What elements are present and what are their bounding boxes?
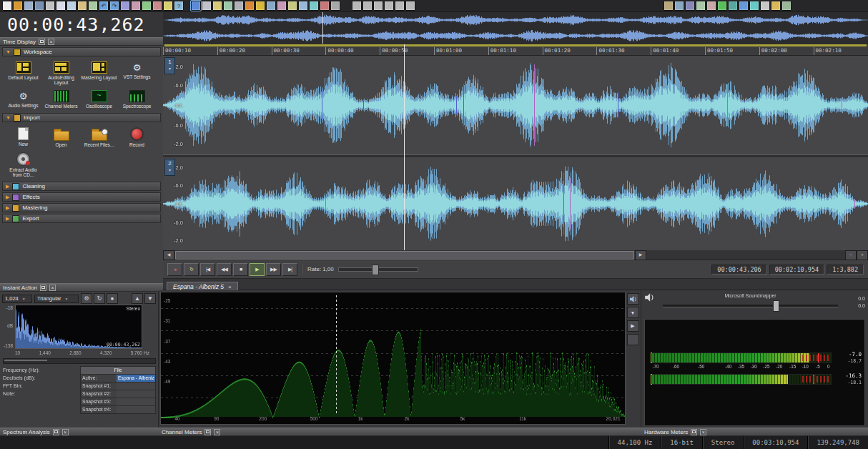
rate-slider[interactable] xyxy=(338,267,418,272)
ripple-toggle-icon[interactable] xyxy=(277,1,287,11)
section-effects[interactable]: ▶ Effects xyxy=(2,192,161,202)
open-file-icon[interactable] xyxy=(13,1,23,11)
sidebar-item-record[interactable]: Record xyxy=(118,124,156,149)
plugin-manager-icon[interactable] xyxy=(696,1,706,11)
refresh-icon[interactable]: ↻ xyxy=(94,293,105,304)
rewind-button[interactable]: ◀◀ xyxy=(217,263,232,276)
play-button[interactable]: ▶ xyxy=(250,263,265,276)
restore-icon[interactable] xyxy=(53,429,59,435)
level-zoom-icon[interactable] xyxy=(330,1,340,11)
waveform-view-icon[interactable] xyxy=(309,1,319,11)
close-icon[interactable]: × xyxy=(49,285,56,291)
settings-gear-icon[interactable]: ⚙ xyxy=(81,293,92,304)
sidebar-item-spectroscope[interactable]: Spectroscope xyxy=(118,87,156,111)
overview-waveform-canvas[interactable] xyxy=(163,12,868,44)
edit-tool-icon[interactable] xyxy=(191,1,201,11)
overview-waveform[interactable] xyxy=(163,12,868,45)
table-row[interactable]: Active: Espana - Albeniz xyxy=(81,374,155,382)
repeat-icon[interactable] xyxy=(120,1,130,11)
settings-button[interactable]: ▶ xyxy=(627,320,639,332)
table-row[interactable]: Snapshot #4: xyxy=(81,405,155,413)
magnify-tool-icon[interactable] xyxy=(202,1,212,11)
save-all-icon[interactable] xyxy=(34,1,44,11)
sidebar-item-audioediting-layout[interactable]: AudioEditing Layout xyxy=(42,59,80,87)
level-meter-right[interactable] xyxy=(651,374,832,385)
scroll-left-button[interactable]: ◀ xyxy=(163,250,174,260)
zoom-tool-icon[interactable] xyxy=(234,1,244,11)
close-icon[interactable]: × xyxy=(700,429,706,435)
waveform-canvas-2[interactable] xyxy=(163,157,868,250)
go-to-start-button[interactable]: |◀ xyxy=(200,263,215,276)
find-icon[interactable] xyxy=(163,1,173,11)
crossfade-toggle-icon[interactable] xyxy=(298,1,308,11)
goto-start-icon[interactable] xyxy=(352,1,362,11)
redo-icon[interactable]: ↷ xyxy=(109,1,119,11)
spectrum-view-icon[interactable] xyxy=(320,1,330,11)
restore-icon[interactable] xyxy=(691,429,697,435)
scroll-up-icon[interactable]: ▲ xyxy=(132,293,143,304)
forward-button[interactable]: ▶▶ xyxy=(266,263,281,276)
zoom-in-button[interactable]: + xyxy=(857,250,868,260)
waveform-channel-1[interactable]: -2.0-6.0-Inf.-6.0-2.0 1 xyxy=(163,56,868,155)
time-display-toggle-icon[interactable] xyxy=(674,1,684,11)
level-meter-left[interactable] xyxy=(651,352,832,363)
help-icon[interactable]: ? xyxy=(174,1,184,11)
zoom-out-button[interactable]: − xyxy=(845,250,857,260)
playhead-cursor[interactable] xyxy=(404,44,405,250)
go-to-end-button[interactable]: ▶| xyxy=(282,263,297,276)
select-to-start-icon[interactable] xyxy=(395,1,405,11)
fader-track[interactable] xyxy=(663,305,838,307)
media-manager-icon[interactable] xyxy=(771,1,781,11)
trim-icon[interactable] xyxy=(88,1,98,11)
spectrum-scrollbar[interactable] xyxy=(3,358,156,364)
snapshot-icon[interactable]: ● xyxy=(107,293,118,304)
sidebar-item-vst-settings[interactable]: VST Settings xyxy=(118,59,156,87)
loop-playback-button[interactable]: ↻ xyxy=(184,263,199,276)
record-button[interactable]: ● xyxy=(167,263,182,276)
scrollbar-thumb[interactable] xyxy=(175,251,634,260)
close-icon[interactable]: × xyxy=(228,284,232,290)
paste-icon[interactable] xyxy=(77,1,87,11)
sidebar-item-audio-settings[interactable]: Audio Settings xyxy=(4,87,42,111)
horizontal-scrollbar[interactable]: ◀ ▶ − + xyxy=(163,250,868,260)
undo-icon[interactable]: ↶ xyxy=(99,1,109,11)
restore-icon[interactable] xyxy=(204,429,211,435)
snap-toggle-icon[interactable] xyxy=(266,1,276,11)
channel-meters-toggle-icon[interactable] xyxy=(717,1,727,11)
pencil-tool-icon[interactable] xyxy=(212,1,222,11)
script-editor-icon[interactable] xyxy=(760,1,770,11)
table-row[interactable]: Snapshot #2: xyxy=(81,390,155,398)
rate-slider-thumb[interactable] xyxy=(372,265,379,275)
cut-icon[interactable] xyxy=(56,1,66,11)
fader-thumb[interactable] xyxy=(773,300,779,312)
section-mastering[interactable]: ▶ Mastering xyxy=(2,203,161,212)
hold-button[interactable] xyxy=(627,334,639,345)
plugin-chainer-icon[interactable] xyxy=(706,1,716,11)
sidebar-item-default-layout[interactable]: Default Layout xyxy=(4,59,42,87)
fft-size-dropdown[interactable]: 1,024▼ xyxy=(2,295,32,303)
forward-icon[interactable] xyxy=(373,1,383,11)
sidebar-item-mastering-layout[interactable]: Mastering Layout xyxy=(80,59,118,87)
waveform-canvas-1[interactable] xyxy=(163,56,868,154)
workspace-toggle-icon[interactable] xyxy=(781,1,791,11)
mix-icon[interactable] xyxy=(131,1,141,11)
save-icon[interactable] xyxy=(24,1,34,11)
section-cleaning[interactable]: ▶ Cleaning xyxy=(2,182,161,191)
preview-icon[interactable] xyxy=(142,1,152,11)
properties-icon[interactable] xyxy=(45,1,55,11)
sidebar-item-oscilloscope[interactable]: Oscilloscope xyxy=(80,87,118,111)
reset-button[interactable]: ▼ xyxy=(627,307,639,318)
marker-tool-icon[interactable] xyxy=(245,1,255,11)
goto-end-icon[interactable] xyxy=(384,1,394,11)
envelope-tool-icon[interactable] xyxy=(223,1,233,11)
monitor-toggle-button[interactable] xyxy=(627,293,639,305)
restore-icon[interactable] xyxy=(39,39,45,45)
table-row[interactable]: Snapshot #3: xyxy=(81,398,155,405)
import-section-header[interactable]: ▼ Import xyxy=(2,113,161,122)
sidebar-item-recent-files[interactable]: Recent Files... xyxy=(80,124,118,149)
close-icon[interactable]: × xyxy=(48,39,54,45)
window-type-dropdown[interactable]: Triangular▼ xyxy=(34,295,79,303)
video-preview-icon[interactable] xyxy=(685,1,695,11)
sidebar-item-new[interactable]: New xyxy=(4,124,42,149)
region-tool-icon[interactable] xyxy=(255,1,265,11)
